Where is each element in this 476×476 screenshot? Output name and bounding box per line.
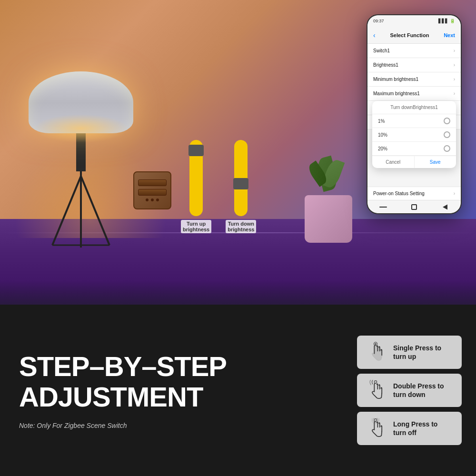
switch-btn-1 [138,179,167,186]
phone-power-status[interactable]: Power-on Status Setting › [367,187,461,200]
svg-point-5 [375,343,377,345]
title-line-2: ADJUSTMENT [19,382,324,412]
plant-pot [305,195,352,243]
menu-item-label-1: Switch1 [373,48,390,53]
single-press-card: Single Press toturn up [357,336,462,369]
switch-dots [146,198,159,201]
phone-dialog-option-3[interactable]: 20% [372,142,456,156]
long-press-card: Long Press toturn off [357,412,462,445]
phone-nav-bar [367,200,461,213]
phone-mockup: 09:37 ▋▋▋ 🔋 ‹ Select Function Next Switc… [367,14,462,214]
scene-overlay [0,281,476,305]
slider-down-label: Turn downbrightness [226,220,256,233]
action-cards: Single Press toturn up [343,326,476,455]
note-text: Note: Only For Zigbee Scene Switch [19,422,324,429]
dialog-save-button[interactable]: Save [415,156,456,168]
lamp [29,71,133,248]
svg-line-1 [52,176,81,245]
phone-dialog-option-2[interactable]: 10% [372,128,456,142]
nav-menu-icon[interactable] [379,207,387,208]
phone-back-button[interactable]: ‹ [373,31,376,39]
double-press-card: Double Press toturn down [357,374,462,407]
plant-leaves [309,157,347,200]
phone-menu-max-brightness[interactable]: Maximum brightness1 › [367,87,461,101]
chevron-icon-1: › [454,48,455,53]
switch-btn-2 [138,189,167,196]
main-container: Turn upbrightness Turn downbrightness [0,0,476,476]
phone-dialog-option-1[interactable]: 1% [372,114,456,128]
switch-dot-3 [156,198,159,201]
single-press-icon [364,340,387,364]
phone-dialog-title: Turn downBrightness1 [372,101,456,114]
bottom-area: STEP–BY–STEP ADJUSTMENT Note: Only For Z… [0,305,476,476]
lamp-tripod [43,171,119,248]
dialog-cancel-button[interactable]: Cancel [372,156,415,168]
single-press-text: Single Press toturn up [393,344,441,361]
long-press-text: Long Press toturn off [393,420,437,437]
menu-item-label-2: Brightness1 [373,62,398,68]
radio-1[interactable] [444,118,450,124]
scene-area: Turn upbrightness Turn downbrightness [0,0,476,305]
slider-up-group: Turn upbrightness [181,140,211,233]
svg-line-2 [81,176,109,245]
phone-next-button[interactable]: Next [444,32,455,38]
lamp-inner-glow [33,114,129,143]
phone-dialog: Turn downBrightness1 1% 10% 20% Canc [372,101,456,168]
double-press-icon [364,378,387,402]
phone-status-bar: 09:37 ▋▋▋ 🔋 [367,15,461,27]
slider-down-group: Turn downbrightness [226,140,256,233]
power-status-chevron: › [454,191,455,196]
switch-dot-2 [151,198,154,201]
option-1-label: 1% [378,119,385,124]
power-status-label: Power-on Status Setting [373,191,425,196]
nav-home-icon[interactable] [411,204,417,210]
title-line-1: STEP–BY–STEP [19,351,324,382]
option-3-label: 20% [378,146,387,151]
menu-item-label-3: Minimum brightness1 [373,77,418,82]
phone-menu-brightness1[interactable]: Brightness1 › [367,58,461,72]
plant [300,195,357,243]
option-2-label: 10% [378,132,387,138]
chevron-icon-3: › [454,77,455,82]
slider-up-track [189,140,203,216]
phone-signal: ▋▋▋ 🔋 [438,19,455,23]
chevron-icon-4: › [454,91,455,96]
double-press-text: Double Press toturn down [393,382,444,399]
phone-menu-switch1[interactable]: Switch1 › [367,44,461,58]
wall-switch [133,171,171,209]
slider-up-handle [188,145,204,156]
phone-dialog-buttons: Cancel Save [372,156,456,168]
radio-2[interactable] [444,131,450,138]
radio-3[interactable] [444,145,450,152]
long-press-icon [364,416,387,440]
switch-dot-1 [146,198,149,201]
single-press-hand-svg [365,342,386,363]
chevron-icon-2: › [454,62,455,68]
long-press-hand-svg [365,418,386,439]
slider-up-label: Turn upbrightness [181,220,211,233]
sliders-area: Turn upbrightness Turn downbrightness [181,140,256,233]
slider-down-handle [233,178,248,189]
phone-time: 09:37 [373,19,384,23]
main-title: STEP–BY–STEP ADJUSTMENT [19,351,324,412]
nav-back-icon[interactable] [443,204,447,209]
phone-menu-min-brightness[interactable]: Minimum brightness1 › [367,72,461,87]
phone-header: ‹ Select Function Next [367,27,461,44]
phone-header-title: Select Function [390,32,429,38]
slider-down-track [234,140,248,216]
phone-screen: 09:37 ▋▋▋ 🔋 ‹ Select Function Next Switc… [367,15,461,213]
menu-item-label-4: Maximum brightness1 [373,91,420,96]
double-press-hand-svg [365,380,386,401]
lamp-shade [29,71,133,133]
title-section: STEP–BY–STEP ADJUSTMENT Note: Only For Z… [0,337,343,444]
